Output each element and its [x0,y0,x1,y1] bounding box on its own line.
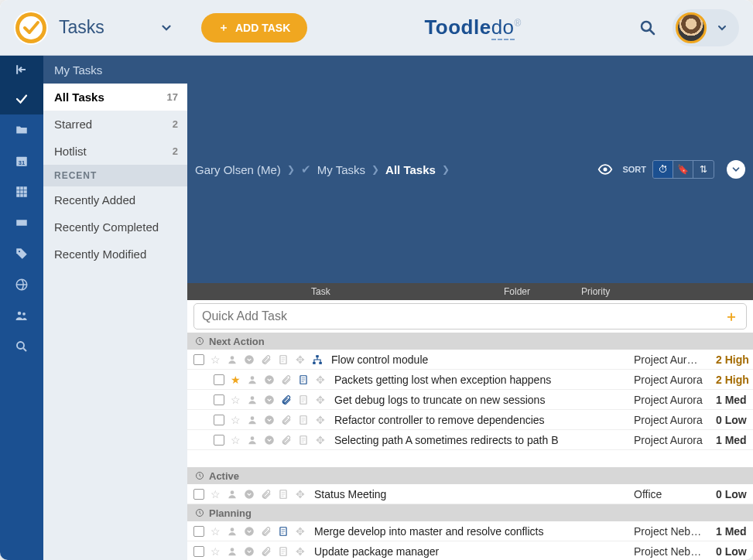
rail-grid-icon[interactable] [0,176,43,207]
attachment-icon[interactable] [260,525,272,538]
drag-handle-icon[interactable]: ✥ [314,414,327,426]
crumb-mytasks[interactable]: My Tasks [317,163,365,176]
sidebar-item[interactable]: Recently Added [43,186,187,213]
task-checkbox[interactable] [214,415,224,425]
sidebar-item[interactable]: Recently Modified [43,241,187,268]
user-menu[interactable] [673,9,739,46]
task-priority[interactable]: 2 High [716,374,753,386]
task-title[interactable]: Selecting path A sometimes redirects to … [327,434,634,446]
task-checkbox[interactable] [193,489,204,500]
star-icon[interactable]: ☆ [229,434,241,446]
note-icon[interactable] [297,394,310,406]
star-icon[interactable]: ☆ [209,525,221,538]
col-priority[interactable]: Priority [581,286,610,297]
drag-handle-icon[interactable]: ✥ [294,353,306,366]
search-icon[interactable] [638,19,657,37]
note-icon[interactable] [297,374,310,386]
rail-calendar-icon[interactable]: 31 [0,145,43,176]
sort-bookmark-icon[interactable]: 🔖 [673,161,693,178]
task-folder[interactable]: Project Aurora [634,414,716,426]
task-priority[interactable]: 2 High [716,353,753,366]
task-checkbox[interactable] [193,546,204,557]
task-title[interactable]: Status Meeting [306,488,634,500]
attachment-icon[interactable] [280,394,293,406]
status-icon[interactable] [263,374,276,386]
task-list[interactable]: Next Action ☆ ✥ Flow control module Proj… [187,333,753,560]
drag-handle-icon[interactable]: ✥ [314,394,327,406]
status-icon[interactable] [243,545,255,558]
task-row[interactable]: ☆ ✥ Merge develop into master and resolv… [187,521,753,541]
star-icon[interactable]: ☆ [209,488,221,500]
more-options-button[interactable] [727,160,745,179]
note-icon[interactable] [277,525,289,538]
rail-globe-icon[interactable] [0,269,43,300]
task-priority[interactable]: 0 Low [716,488,753,500]
task-folder[interactable]: Project Aurora [634,434,716,446]
task-title[interactable]: Get debug logs to truncate on new sessio… [327,394,634,406]
note-icon[interactable] [297,414,310,426]
crumb-current[interactable]: All Tasks [385,163,436,176]
sort-updown-icon[interactable]: ⇅ [693,161,714,178]
sidebar-item[interactable]: All Tasks17 [43,84,187,111]
task-title[interactable]: Packets getting lost when exception happ… [327,374,634,386]
person-icon[interactable] [226,488,238,500]
collapse-sidebar[interactable] [0,56,43,84]
attachment-icon[interactable] [280,374,293,386]
star-icon[interactable]: ★ [229,374,241,386]
sidebar-item[interactable]: Hotlist2 [43,138,187,165]
col-task[interactable]: Task [187,286,504,297]
attachment-icon[interactable] [260,488,272,500]
rail-card-icon[interactable] [0,207,43,238]
task-row[interactable]: ☆ ✥ Status Meeting Office 0 Low [187,484,753,504]
status-icon[interactable] [243,525,255,538]
person-icon[interactable] [226,545,238,558]
plus-icon[interactable]: ＋ [724,307,738,326]
crumb-user[interactable]: Gary Olsen (Me) [195,163,281,176]
rail-search-icon[interactable] [0,331,43,362]
task-checkbox[interactable] [193,526,204,537]
status-icon[interactable] [243,353,255,366]
task-priority[interactable]: 0 Low [716,545,753,558]
app-logo[interactable] [14,11,48,45]
col-folder[interactable]: Folder [504,286,581,297]
status-icon[interactable] [263,414,276,426]
group-header[interactable]: Next Action [187,333,753,350]
drag-handle-icon[interactable]: ✥ [314,434,327,446]
drag-handle-icon[interactable]: ✥ [294,525,306,538]
task-checkbox[interactable] [214,435,224,446]
attachment-icon[interactable] [280,414,293,426]
sort-time-icon[interactable]: ⏱ [653,161,673,178]
task-row[interactable]: ☆ ✥ Update package manager Project Neb… … [187,541,753,560]
rail-check-icon[interactable] [0,84,43,114]
eye-icon[interactable] [594,159,616,180]
task-folder[interactable]: Project Neb… [634,525,716,538]
person-icon[interactable] [246,394,258,406]
note-icon[interactable] [277,353,289,366]
attachment-icon[interactable] [280,434,293,446]
task-row[interactable]: ★ ✥ Packets getting lost when exception … [187,370,753,390]
sidebar-item[interactable]: Starred2 [43,111,187,138]
task-row[interactable]: ☆ ✥ Refactor controller to remove depend… [187,410,753,430]
star-icon[interactable]: ☆ [229,394,241,406]
status-icon[interactable] [243,488,255,500]
status-icon[interactable] [263,394,276,406]
task-title[interactable]: Update package manager [306,545,634,558]
rail-people-icon[interactable] [0,300,43,331]
note-icon[interactable] [277,488,289,500]
drag-handle-icon[interactable]: ✥ [294,545,306,558]
person-icon[interactable] [226,353,238,366]
drag-handle-icon[interactable]: ✥ [294,488,306,500]
quick-add-input[interactable] [202,309,724,323]
task-folder[interactable]: Project Aurora [634,394,716,406]
star-icon[interactable]: ☆ [209,353,221,366]
note-icon[interactable] [297,434,310,446]
star-icon[interactable]: ☆ [229,414,241,426]
person-icon[interactable] [246,434,258,446]
drag-handle-icon[interactable]: ✥ [314,374,327,386]
task-folder[interactable]: Project Aur… [634,353,716,366]
attachment-icon[interactable] [260,353,272,366]
task-title[interactable]: Refactor controller to remove dependenci… [327,414,634,426]
task-checkbox[interactable] [214,374,224,385]
group-header[interactable]: Planning [187,504,753,521]
task-title[interactable]: Flow control module [323,353,634,366]
